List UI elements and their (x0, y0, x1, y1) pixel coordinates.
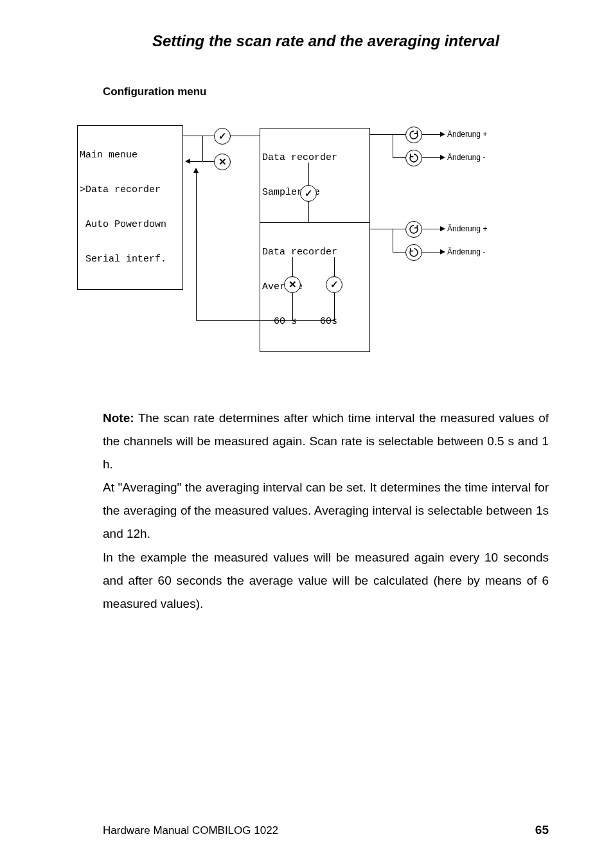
check-icon (214, 128, 231, 145)
note-paragraph: At "Averaging" the averaging interval ca… (103, 476, 549, 545)
lcd-line: >Data recorder (80, 184, 181, 196)
rotate-ccw-icon (405, 244, 422, 261)
anno-plus: Änderung + (447, 224, 487, 233)
check-icon (326, 276, 342, 293)
lcd-line: Data recorder (262, 247, 368, 258)
arrow-right-icon (440, 132, 445, 137)
lcd-line: Serial interf. (80, 254, 181, 265)
anno-plus: Änderung + (447, 130, 487, 139)
lcd-main-menu: Main menue >Data recorder Auto Powerdown… (77, 125, 183, 290)
arrow-right-icon (440, 249, 445, 254)
rotate-cw-icon (405, 127, 422, 143)
rotate-cw-icon (405, 221, 422, 238)
arrow-left-icon (185, 159, 190, 164)
footer-left: Hardware Manual COMBILOG 1022 (103, 824, 278, 837)
page-title: Setting the scan rate and the averaging … (103, 32, 549, 50)
anno-minus: Änderung - (447, 247, 485, 256)
note-paragraph: The scan rate determines after which tim… (103, 411, 549, 471)
lcd-line: 60 s 60s (262, 316, 368, 328)
arrow-right-icon (440, 155, 445, 160)
rotate-ccw-icon (405, 150, 422, 166)
note-label: Note: (103, 411, 134, 425)
arrow-up-icon (193, 168, 199, 173)
footer: Hardware Manual COMBILOG 1022 65 (103, 823, 549, 837)
note-paragraph: In the example the measured values will … (103, 546, 549, 616)
cross-icon (214, 154, 231, 170)
page-number: 65 (535, 823, 549, 837)
lcd-average: Data recorder Average 60 s 60s (260, 222, 370, 352)
check-icon (300, 185, 317, 202)
lcd-line: Data recorder (262, 152, 368, 164)
lcd-line: Auto Powerdown (80, 219, 181, 231)
anno-minus: Änderung - (447, 153, 485, 162)
note-text: Note: The scan rate determines after whi… (103, 407, 549, 616)
config-diagram: Main menue >Data recorder Auto Powerdown… (77, 124, 527, 355)
arrow-right-icon (440, 226, 445, 231)
lcd-line: Main menue (80, 150, 181, 161)
cross-icon (284, 276, 301, 293)
lcd-line: Average (262, 281, 368, 293)
config-menu-heading: Configuration menu (103, 85, 549, 98)
